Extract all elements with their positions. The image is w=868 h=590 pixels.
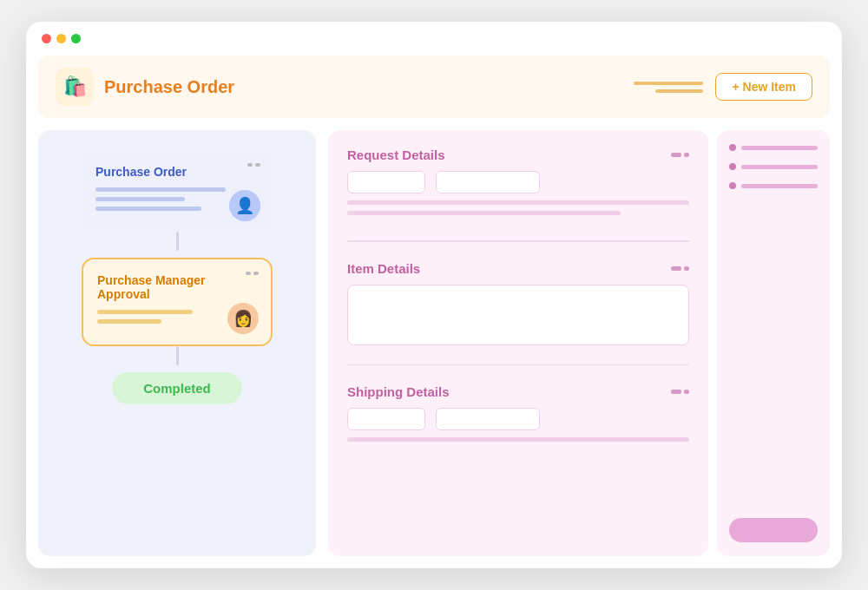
header-left: 🛍️ Purchase Order: [56, 68, 234, 106]
menu-dot-2: [255, 163, 260, 167]
po-avatar: 👤: [229, 190, 260, 221]
main-window: 🛍️ Purchase Order + New Item Purchase Or…: [26, 22, 842, 568]
right-bullet-3: [729, 182, 736, 189]
right-item-2: [729, 163, 818, 170]
maximize-icon[interactable]: [71, 34, 81, 43]
header-right: + New Item: [634, 73, 812, 101]
title-bar: [26, 22, 842, 43]
left-panel: Purchase Order 👤 Purchase Manager A: [38, 130, 316, 556]
shipping-line-1: [347, 437, 689, 442]
header-line-1: [634, 82, 703, 85]
po-line-2: [95, 197, 185, 201]
smenu-rect-1: [671, 153, 681, 157]
new-item-button[interactable]: + New Item: [715, 73, 812, 101]
divider-1: [347, 240, 689, 242]
item-smenu-rect-1: [671, 266, 681, 271]
page-header: 🛍️ Purchase Order + New Item: [38, 56, 830, 118]
right-panel: [717, 130, 830, 556]
minimize-icon[interactable]: [56, 34, 66, 43]
shipping-details-section: Shipping Details: [347, 384, 689, 448]
item-details-title: Item Details: [347, 261, 689, 276]
request-field-row: [347, 171, 689, 193]
item-details-textarea[interactable]: [347, 285, 689, 345]
right-line-3: [741, 184, 818, 188]
connector-2: [176, 346, 179, 365]
right-line-2: [741, 165, 818, 169]
po-user-icon: 👤: [235, 196, 254, 215]
shipping-details-title: Shipping Details: [347, 384, 689, 399]
approval-line-2: [97, 319, 161, 324]
purchase-order-card: Purchase Order 👤: [82, 151, 273, 232]
po-card-title: Purchase Order: [95, 165, 259, 179]
approval-card-menu[interactable]: [246, 272, 259, 275]
shipping-field-2[interactable]: [436, 408, 540, 430]
request-section-menu[interactable]: [671, 153, 689, 157]
connector-1: [176, 232, 179, 251]
shipping-section-menu[interactable]: [671, 390, 689, 394]
approval-card-title: Purchase Manager Approval: [97, 273, 257, 301]
purchase-order-icon: 🛍️: [63, 75, 87, 98]
divider-2: [347, 364, 689, 366]
approval-line-1: [97, 310, 193, 314]
menu-dot-1: [247, 163, 253, 167]
middle-panel: Request Details Item Details: [328, 130, 708, 556]
right-item-1: [729, 144, 818, 151]
shipping-field-1[interactable]: [347, 408, 425, 430]
page-title: Purchase Order: [104, 77, 234, 97]
close-icon[interactable]: [42, 34, 51, 43]
right-spacer: [729, 201, 818, 509]
shipping-field-row: [347, 408, 689, 430]
po-line-1: [95, 187, 226, 192]
header-icon: 🛍️: [56, 68, 94, 106]
approval-menu-dot-2: [253, 272, 259, 275]
approval-avatar: 👩: [227, 303, 259, 334]
header-line-2: [655, 89, 703, 93]
request-field-2[interactable]: [436, 171, 540, 193]
approval-card: Purchase Manager Approval 👩: [82, 258, 273, 346]
completed-badge: Completed: [112, 372, 242, 404]
ship-smenu-rect-2: [684, 390, 689, 394]
item-section-menu[interactable]: [671, 266, 689, 271]
po-line-3: [95, 206, 201, 211]
request-details-section: Request Details: [347, 148, 689, 221]
po-card-menu[interactable]: [247, 163, 260, 167]
request-details-title: Request Details: [347, 148, 689, 162]
smenu-rect-2: [684, 153, 689, 157]
right-bullet-2: [729, 163, 736, 170]
request-line-1: [347, 200, 689, 205]
approval-menu-dot-1: [246, 272, 251, 275]
main-content: Purchase Order 👤 Purchase Manager A: [26, 118, 842, 568]
right-bullet-1: [729, 144, 736, 151]
item-details-section: Item Details: [347, 261, 689, 345]
right-action-button[interactable]: [729, 518, 818, 542]
ship-smenu-rect-1: [671, 390, 681, 394]
header-decoration: [634, 82, 703, 93]
approval-user-icon: 👩: [233, 309, 253, 328]
request-line-2: [347, 211, 621, 215]
request-field-1[interactable]: [347, 171, 425, 193]
item-smenu-rect-2: [684, 266, 689, 271]
right-item-3: [729, 182, 818, 189]
right-line-1: [741, 146, 818, 150]
